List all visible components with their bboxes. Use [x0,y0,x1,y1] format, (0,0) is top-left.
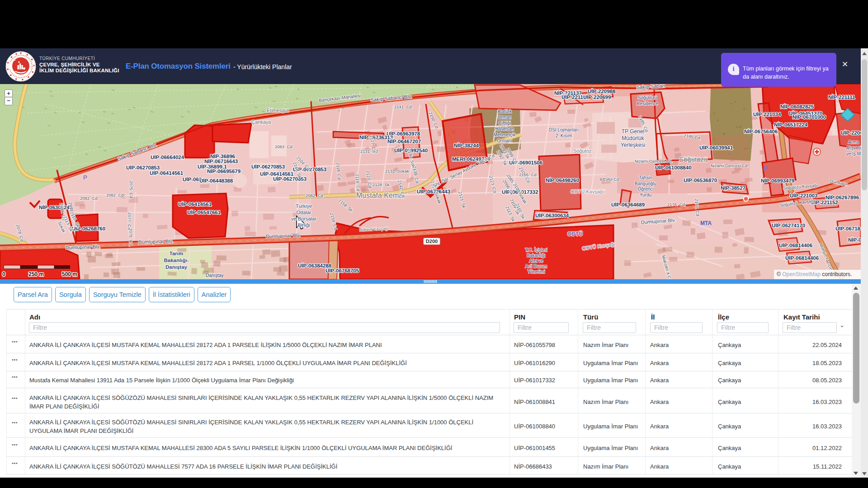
svg-text:Danıştay: Danıştay [206,273,223,278]
svg-text:UİP-06547661: UİP-06547661 [187,210,221,215]
svg-text:NİP-06498260: NİP-06498260 [546,178,579,183]
svg-text:NİP-38527: NİP-38527 [721,185,745,191]
svg-text:2128. Sk.: 2128. Sk. [373,182,391,187]
svg-text:UİP-06039941: UİP-06039941 [699,145,733,150]
svg-text:UİP-06274170: UİP-06274170 [772,223,805,228]
svg-text:250 m: 250 m [28,271,44,277]
svg-text:2082. Cd.: 2082. Cd. [80,196,99,201]
svg-text:UİP-220699: UİP-220699 [583,94,611,100]
svg-text:UİP-06536870: UİP-06536870 [684,178,717,183]
svg-text:Tarım: Tarım [170,251,183,256]
svg-text:9 Eylül Cd.: 9 Eylül Cd. [599,177,620,182]
svg-text:2176. Cd.: 2176. Cd. [667,202,686,207]
svg-text:Banguoğlu: Banguoğlu [635,181,656,186]
svg-text:2083. Cd: 2083. Cd [275,144,292,149]
svg-text:UİP-06270853: UİP-06270853 [251,164,285,169]
svg-text:NİP-06517224: NİP-06517224 [774,122,808,127]
svg-text:UİP-06364689: UİP-06364689 [611,202,645,207]
svg-text:Etimesgut: Etimesgut [267,108,289,113]
svg-text:P: P [763,164,768,172]
svg-text:UİP-06814406: UİP-06814406 [779,243,812,248]
svg-text:TP Genel: TP Genel [622,128,644,135]
svg-text:UİP-06414561: UİP-06414561 [178,202,212,207]
svg-text:Birliği: Birliği [298,222,310,228]
svg-text:2075. Cd.: 2075. Cd. [129,181,134,199]
svg-text:NİP-06467207: NİP-06467207 [387,139,421,144]
svg-text:Bakanlığı: Bakanlığı [527,253,546,258]
svg-text:Residence: Residence [637,101,658,106]
svg-text:Alışveri: Alışveri [846,145,861,150]
svg-text:2082. Cd.: 2082. Cd. [306,193,324,198]
svg-text:Afet ve: Afet ve [529,258,543,263]
svg-text:UİP-067184: UİP-067184 [835,226,861,231]
svg-text:ve Borsalar: ve Borsalar [291,216,316,221]
svg-text:Ormanı: Ormanı [497,138,512,143]
svg-text:UİP-221034: UİP-221034 [753,112,781,117]
svg-text:Türkiye: Türkiye [296,203,312,209]
svg-text:Acil Durum: Acil Durum [525,264,547,269]
svg-text:UİP-069: UİP-069 [183,177,202,182]
svg-text:NİP-06082825: NİP-06082825 [780,104,814,109]
svg-text:NİP-06695679: NİP-06695679 [207,169,241,174]
svg-text:Çiftliği: Çiftliği [498,121,510,126]
svg-text:Orman: Orman [498,115,512,120]
svg-text:Söğütöz: Söğütöz [573,148,591,154]
svg-text:UİP-06814406: UİP-06814406 [785,255,819,261]
svg-text:ve İş M: ve İş M [846,151,861,156]
svg-text:UİP-22113: UİP-22113 [561,94,586,100]
svg-text:2155. Cd.: 2155. Cd. [519,172,538,177]
svg-text:UİP-061008840: UİP-061008840 [655,165,692,170]
svg-text:0: 0 [2,271,5,277]
svg-text:NİP-06716643: NİP-06716643 [204,159,238,164]
svg-text:2082. Cd.: 2082. Cd. [106,192,125,197]
svg-text:ODTÜ: ODTÜ [567,230,583,237]
svg-text:Arma: Arma [848,140,859,145]
svg-text:UİP-06414561: UİP-06414561 [150,170,184,176]
svg-text:UİP-221003: UİP-221003 [790,193,817,198]
svg-text:Mehmetçik: Mehmetçik [494,132,516,137]
svg-text:ODTÜ Kavşağı: ODTÜ Kavşağı [571,189,604,194]
svg-text:UİP-06448388: UİP-06448388 [199,178,233,183]
svg-text:UİP-06664024: UİP-06664024 [151,155,184,160]
svg-text:T.C. İçişleri: T.C. İçişleri [525,247,547,253]
svg-text:Mustafa Kemal: Mustafa Kemal [356,192,405,199]
svg-text:Yurdu: Yurdu [640,192,651,197]
svg-text:UİP-220988: UİP-220988 [588,89,616,94]
svg-text:UİP-06270853: UİP-06270853 [126,165,160,170]
svg-text:Nizami Gencevi Cd.: Nizami Gencevi Cd. [635,159,673,164]
svg-text:Tahsin: Tahsin [639,175,652,180]
svg-text:Bakanlığı-: Bakanlığı- [164,258,189,263]
svg-text:Yönetimi: Yönetimi [528,269,545,274]
svg-text:Havelsan: Havelsan [495,127,514,131]
svg-text:Müdürlük: Müdürlük [622,135,644,141]
svg-text:Danıştay: Danıştay [165,264,188,270]
svg-text:2. Kısım: 2. Kısım [556,133,572,138]
svg-text:2075. Cd.: 2075. Cd. [128,228,133,247]
svg-text:NİP-221111: NİP-221111 [828,94,855,100]
svg-text:Öğrenci: Öğrenci [637,187,653,192]
svg-text:500 m: 500 m [62,271,77,277]
svg-text:© OpenStreetMap contributors.: © OpenStreetMap contributors. [777,271,852,277]
svg-text:MTA: MTA [700,220,712,226]
svg-text:NİP-06308243: NİP-06308243 [39,205,72,210]
svg-text:NİP-0: NİP-0 [848,237,861,243]
svg-text:Yerleşkesi: Yerleşkesi [621,142,645,148]
svg-text:NİP-06993479: NİP-06993479 [761,178,794,183]
svg-text:P: P [83,174,87,181]
svg-text:DSİ Lojmanları: DSİ Lojmanları [549,127,579,132]
svg-text:UİP-06768705: UİP-06768705 [326,268,359,273]
svg-text:Söğütözü: Söğütözü [679,155,708,163]
svg-text:NİP-06756406: NİP-06756406 [744,129,778,134]
svg-text:Çankaya: Çankaya [251,119,271,125]
svg-text:Odalar: Odalar [296,210,311,215]
svg-text:2141. Cd.: 2141. Cd. [394,104,413,109]
svg-text:Nizami Gencevi Cd.: Nizami Gencevi Cd. [711,163,749,168]
svg-text:Söğütözü: Söğütözü [638,95,657,100]
svg-text:UİP-2206: UİP-2206 [841,130,861,136]
svg-text:NİP-06701000: NİP-06701000 [793,114,826,120]
svg-text:2133. Sokak: 2133. Sokak [385,169,409,174]
svg-text:Atatürk: Atatürk [497,109,512,114]
svg-text:D200: D200 [426,239,438,244]
svg-text:UİP-06300634: UİP-06300634 [535,213,569,218]
svg-text:NİP-38244: NİP-38244 [454,143,479,148]
